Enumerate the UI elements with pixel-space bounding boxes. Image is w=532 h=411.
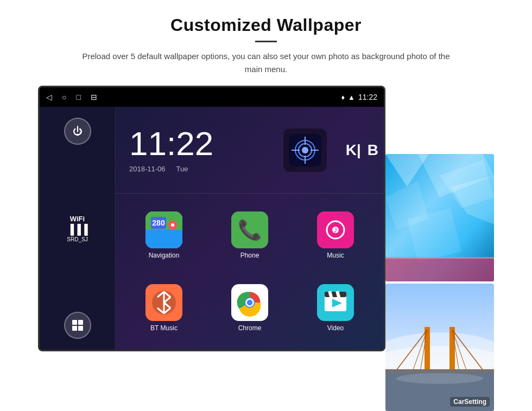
app-item-chrome[interactable]: Chrome xyxy=(207,272,293,344)
wallpaper-ice xyxy=(385,154,494,281)
widget-section xyxy=(270,107,340,193)
title-divider xyxy=(255,41,277,42)
svg-text:📞: 📞 xyxy=(238,218,262,241)
clock-date: 2018-11-06 Tue xyxy=(129,165,256,173)
wallpaper-bridge-thumb[interactable]: CarSetting xyxy=(385,284,494,411)
ki-b-section: K| B xyxy=(340,107,384,193)
phone-icon: 📞 xyxy=(231,211,268,248)
back-icon[interactable]: ◁ xyxy=(46,93,52,101)
widget-box-antenna[interactable] xyxy=(283,129,327,172)
music-icon: ♪ xyxy=(317,211,354,248)
wifi-icon: ▲ xyxy=(348,93,355,101)
grid-button[interactable] xyxy=(64,312,91,339)
status-bar: ◁ ○ □ ⊟ ♦ ▲ 11:22 xyxy=(40,87,384,107)
status-time: 11:22 xyxy=(358,93,377,101)
b-label: B xyxy=(368,142,378,159)
clock-section: 11:22 2018-11-06 Tue xyxy=(116,107,270,193)
status-right: ♦ ▲ 11:22 xyxy=(341,93,377,101)
recents-icon[interactable]: □ xyxy=(76,93,80,101)
left-sidebar: ⏻ WiFi ▐▐▐ SRD_SJ xyxy=(40,107,116,350)
right-panel: 11:22 2018-11-06 Tue xyxy=(116,107,384,350)
nav-icons: ◁ ○ □ ⊟ xyxy=(46,93,97,101)
svg-rect-56 xyxy=(385,257,494,281)
chrome-label: Chrome xyxy=(238,324,262,332)
location-icon: ♦ xyxy=(341,93,345,101)
device-body: ⏻ WiFi ▐▐▐ SRD_SJ xyxy=(40,107,384,350)
svg-rect-57 xyxy=(385,257,494,259)
app-item-navigation[interactable]: 280 Navigation xyxy=(121,199,207,272)
video-label: Video xyxy=(327,324,344,332)
svg-point-7 xyxy=(302,147,308,153)
app-item-video[interactable]: Video xyxy=(293,272,378,344)
wallpaper-column: CarSetting xyxy=(385,154,494,411)
svg-point-21 xyxy=(171,223,174,227)
navigation-icon: 280 xyxy=(145,211,182,248)
app-item-btmusic[interactable]: BT Music xyxy=(121,272,207,344)
clock-time: 11:22 xyxy=(129,127,256,160)
app-item-phone[interactable]: 📞 Phone xyxy=(207,199,293,272)
power-button[interactable]: ⏻ xyxy=(64,118,91,145)
svg-point-42 xyxy=(247,300,253,306)
ki-label: K| xyxy=(346,142,361,159)
svg-rect-69 xyxy=(385,369,494,373)
svg-text:280: 280 xyxy=(152,219,165,227)
svg-rect-45 xyxy=(325,292,346,297)
clock-date-value: 2018-11-06 xyxy=(129,165,166,173)
wifi-ssid: SRD_SJ xyxy=(67,236,87,242)
wifi-section: WiFi ▐▐▐ SRD_SJ xyxy=(67,215,87,242)
page-container: Customized Wallpaper Preload over 5 defa… xyxy=(0,0,532,411)
wallpaper-ice-thumb[interactable] xyxy=(385,154,494,281)
svg-rect-2 xyxy=(72,326,77,331)
device-mockup: ◁ ○ □ ⊟ ♦ ▲ 11:22 ⏻ WiFi ▐▐ xyxy=(38,86,385,351)
carsetting-label: CarSetting xyxy=(450,397,490,407)
app-grid: 280 Navigation xyxy=(116,194,384,350)
content-area: ◁ ○ □ ⊟ ♦ ▲ 11:22 ⏻ WiFi ▐▐ xyxy=(0,86,532,411)
home-icon[interactable]: ○ xyxy=(62,93,66,101)
page-title: Customized Wallpaper xyxy=(76,15,456,35)
wifi-bars: ▐▐▐ xyxy=(67,224,87,235)
svg-rect-1 xyxy=(78,320,83,325)
wifi-label: WiFi xyxy=(67,215,87,223)
page-subtitle: Preload over 5 default wallpaper options… xyxy=(76,50,456,76)
navigation-label: Navigation xyxy=(149,252,180,259)
phone-label: Phone xyxy=(240,252,259,259)
clock-area: 11:22 2018-11-06 Tue xyxy=(116,107,384,194)
clock-day-value: Tue xyxy=(176,165,188,173)
app-item-music[interactable]: ♪ Music xyxy=(293,199,378,272)
svg-rect-0 xyxy=(72,320,77,325)
header-section: Customized Wallpaper Preload over 5 defa… xyxy=(33,0,499,86)
chrome-icon xyxy=(231,284,268,321)
svg-text:♪: ♪ xyxy=(333,225,338,234)
btmusic-icon xyxy=(145,284,182,321)
video-icon xyxy=(317,284,354,321)
svg-rect-14 xyxy=(145,230,182,248)
btmusic-label: BT Music xyxy=(150,324,178,332)
svg-rect-3 xyxy=(78,326,83,331)
svg-point-71 xyxy=(396,373,483,384)
screenshot-icon[interactable]: ⊟ xyxy=(91,93,97,101)
music-label: Music xyxy=(327,252,344,259)
